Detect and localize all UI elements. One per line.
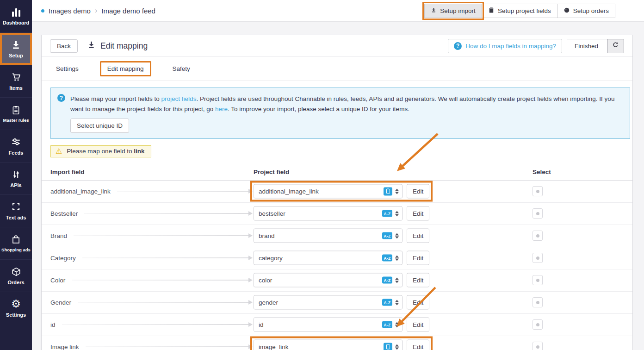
tab-safety[interactable]: Safety xyxy=(173,62,190,75)
sidebar-item-settings[interactable]: ⚙ Settings xyxy=(0,292,32,324)
document-type-icon xyxy=(384,187,392,195)
sidebar-item-master-rules[interactable]: Master rules xyxy=(0,97,32,130)
select-unique-radio[interactable] xyxy=(533,186,543,196)
warning-box: ⚠ Please map one field to link xyxy=(50,145,151,157)
sidebar-item-feeds[interactable]: Feeds xyxy=(0,130,32,162)
setup-orders-button[interactable]: Setup orders xyxy=(557,4,615,18)
mapping-row: Color color A-Z Edit xyxy=(42,269,632,292)
import-field-name: Bestseller xyxy=(50,210,78,217)
mapping-row: Gender gender A-Z Edit xyxy=(42,292,632,314)
sidebar-item-items[interactable]: Items xyxy=(0,65,32,97)
import-field-name: Category xyxy=(50,255,76,262)
help-link-button[interactable]: ? How do I map fields in mapping? xyxy=(448,39,562,53)
mapping-row: Bestseller bestseller A-Z Edit xyxy=(42,203,632,225)
tab-settings[interactable]: Settings xyxy=(56,62,79,75)
info-box: ? Please map your import fields to proje… xyxy=(50,88,630,139)
alphabetical-type-icon: A-Z xyxy=(382,299,392,306)
import-field-name: id xyxy=(50,321,56,328)
sliders-icon xyxy=(11,137,21,148)
alphabetical-type-icon: A-Z xyxy=(382,232,392,239)
sidebar-item-apis[interactable]: APIs xyxy=(0,162,32,194)
select-unique-radio[interactable] xyxy=(533,231,543,241)
column-header-import-field: Import field xyxy=(50,169,85,175)
topbar: Images demo › Image demo feed Setup impo… xyxy=(32,0,644,22)
import-field-name: Brand xyxy=(50,232,67,239)
here-link[interactable]: here xyxy=(215,106,228,112)
status-finished: Finished xyxy=(567,39,607,53)
project-field-select[interactable]: gender A-Z xyxy=(254,295,402,310)
tab-bar: Settings Edit mapping Safety xyxy=(42,57,632,81)
sidebar-item-label: Feeds xyxy=(9,150,24,156)
sidebar-item-shopping-ads[interactable]: Shopping ads xyxy=(0,227,32,259)
edit-button[interactable]: Edit xyxy=(407,206,429,221)
mapping-row: Image link image_link Edit xyxy=(42,336,632,350)
info-text: Please map your import fields to project… xyxy=(70,94,622,133)
edit-button[interactable]: Edit xyxy=(407,229,429,243)
breadcrumb-project[interactable]: Images demo xyxy=(49,7,91,15)
panel-header-right: ? How do I map fields in mapping? Finish… xyxy=(448,39,624,53)
refresh-button[interactable] xyxy=(607,39,624,53)
select-arrows-icon xyxy=(395,211,399,216)
select-unique-radio[interactable] xyxy=(533,297,543,307)
sidebar-item-label: Dashboard xyxy=(3,20,29,26)
project-field-select[interactable]: bestseller A-Z xyxy=(254,206,402,221)
cart-icon xyxy=(11,72,22,83)
project-field-select[interactable]: id A-Z xyxy=(254,318,402,332)
select-unique-radio[interactable] xyxy=(533,253,543,263)
setup-project-fields-button[interactable]: Setup project fields xyxy=(482,4,557,18)
column-header-select: Select xyxy=(533,169,551,175)
project-field-select[interactable]: additional_image_link xyxy=(254,184,402,199)
select-arrows-icon xyxy=(395,300,399,305)
download-icon xyxy=(87,40,96,51)
alphabetical-type-icon: A-Z xyxy=(382,255,392,262)
setup-import-button[interactable]: Setup import xyxy=(424,4,482,18)
sidebar-item-text-ads[interactable]: Text ads xyxy=(0,194,32,227)
project-field-select[interactable]: color A-Z xyxy=(254,273,402,288)
sidebar-item-label: Master rules xyxy=(3,118,29,123)
edit-button[interactable]: Edit xyxy=(407,273,429,288)
select-unique-radio[interactable] xyxy=(533,208,543,219)
select-arrows-icon xyxy=(395,344,399,350)
back-button[interactable]: Back xyxy=(50,39,78,53)
arrows-up-down-icon xyxy=(11,169,21,180)
select-unique-id-button[interactable]: Select unique ID xyxy=(70,119,129,133)
project-field-select[interactable]: image_link xyxy=(254,340,402,350)
edit-button[interactable]: Edit xyxy=(407,318,429,332)
edit-button[interactable]: Edit xyxy=(407,184,429,199)
project-field-select[interactable]: category A-Z xyxy=(254,251,402,265)
shopping-bag-icon xyxy=(11,234,21,245)
tab-edit-mapping[interactable]: Edit mapping xyxy=(100,61,151,76)
mapping-arrow xyxy=(72,278,253,282)
mapping-arrow xyxy=(62,322,253,327)
mapping-arrow xyxy=(78,300,253,305)
edit-button[interactable]: Edit xyxy=(407,251,429,265)
warning-text: Please map one field to link xyxy=(67,148,144,155)
cube-icon xyxy=(11,266,21,277)
project-fields-link[interactable]: project fields xyxy=(161,95,197,102)
alphabetical-type-icon: A-Z xyxy=(382,210,392,217)
column-header-project-field: Project field xyxy=(254,169,289,175)
mapping-row: additional_image_link additional_image_l… xyxy=(42,181,632,203)
bar-chart-icon xyxy=(11,6,21,18)
mapping-row: id id A-Z Edit xyxy=(42,314,632,336)
sidebar-item-setup[interactable]: Setup xyxy=(0,32,32,65)
mapping-arrow xyxy=(86,344,253,349)
sidebar-item-dashboard[interactable]: Dashboard xyxy=(0,0,32,32)
select-unique-radio[interactable] xyxy=(533,319,543,330)
edit-button[interactable]: Edit xyxy=(407,295,429,310)
project-field-select[interactable]: brand A-Z xyxy=(254,229,402,243)
question-icon: ? xyxy=(57,94,65,102)
panel-header: Back Edit mapping ? How do I map fields … xyxy=(42,35,632,57)
edit-button[interactable]: Edit xyxy=(407,340,429,350)
select-unique-radio[interactable] xyxy=(533,342,543,350)
project-status-dot-icon xyxy=(41,9,44,12)
select-arrows-icon xyxy=(395,233,399,238)
import-field-name: additional_image_link xyxy=(50,188,111,195)
mapping-arrow xyxy=(82,256,253,260)
select-unique-radio[interactable] xyxy=(533,275,543,285)
sidebar-item-orders[interactable]: Orders xyxy=(0,259,32,292)
sidebar-item-label: Shopping ads xyxy=(1,248,31,253)
mapping-table-header: Import field Project field Select xyxy=(42,165,632,181)
mapping-arrow xyxy=(84,211,253,216)
breadcrumb-feed: Image demo feed xyxy=(101,7,155,15)
